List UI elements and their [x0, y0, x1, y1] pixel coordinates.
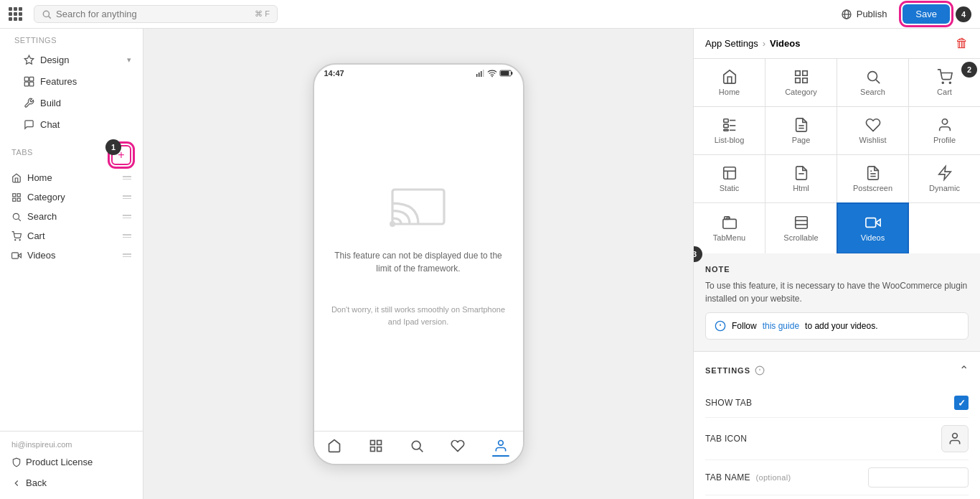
icon-cell-dynamic[interactable]: Dynamic: [909, 155, 980, 202]
delete-button[interactable]: 🗑: [956, 36, 969, 51]
topbar-right: Publish Save 4: [831, 4, 971, 24]
main-layout: Settings Design ▾ Features Build: [0, 29, 980, 499]
sidebar-tab-category[interactable]: Category: [0, 187, 143, 207]
sidebar-tab-search[interactable]: Search: [0, 207, 143, 226]
sidebar-tab-videos[interactable]: Videos: [0, 246, 143, 265]
icon-cell-page[interactable]: Page: [765, 107, 837, 154]
product-license[interactable]: Product License: [0, 452, 143, 472]
icon-cell-html[interactable]: Html: [765, 155, 837, 202]
back-button[interactable]: Back: [0, 472, 143, 493]
svg-rect-12: [17, 198, 20, 201]
svg-rect-64: [795, 217, 807, 229]
sidebar-tab-list: Home Category Search Cart Videos: [0, 168, 143, 265]
note-title: NOTE: [705, 265, 969, 274]
step-badge-2: 2: [961, 62, 977, 78]
icon-cell-scrollable-label: Scrollable: [783, 233, 818, 242]
svg-rect-7: [24, 82, 29, 86]
icon-cell-profile[interactable]: Profile: [909, 107, 980, 154]
icon-cell-category[interactable]: Category: [765, 59, 837, 106]
icon-cell-listblog[interactable]: List-blog: [694, 107, 765, 154]
setting-row-tab-icon: TAB ICON: [705, 418, 969, 460]
category-drag-handle[interactable]: [123, 195, 131, 199]
icon-cell-videos[interactable]: Videos: [837, 203, 908, 253]
cast-icon: [390, 185, 447, 238]
settings-header: SETTINGS ⌃: [705, 363, 969, 377]
svg-rect-6: [29, 77, 34, 81]
icon-cell-home[interactable]: Home: [694, 59, 765, 106]
tab-name-input[interactable]: [868, 467, 969, 488]
cart-grid-icon: [937, 69, 953, 85]
svg-line-14: [19, 218, 21, 220]
svg-point-40: [867, 72, 877, 81]
step-badge-1: 1: [105, 139, 121, 155]
breadcrumb: App Settings › Videos: [705, 38, 800, 49]
search-drag-handle[interactable]: [123, 215, 131, 218]
sidebar-item-design[interactable]: Design ▾: [11, 49, 143, 70]
tabs-header: Tabs 1 +: [11, 145, 131, 165]
sidebar-bottom: hi@inspireui.com Product License Back: [0, 431, 143, 499]
svg-point-52: [942, 119, 947, 124]
svg-rect-38: [795, 78, 799, 83]
nav-home[interactable]: [327, 439, 341, 457]
icon-cell-cart-label: Cart: [937, 88, 952, 96]
home-drag-handle[interactable]: [123, 176, 131, 179]
svg-line-1: [49, 16, 51, 18]
step-badge-4: 4: [956, 6, 971, 22]
grid-icon[interactable]: [9, 7, 22, 21]
home-tab-label: Home: [27, 172, 52, 183]
settings-title: SETTINGS: [705, 365, 765, 376]
static-grid-icon: [722, 165, 738, 181]
note-guide-link[interactable]: this guide: [763, 321, 799, 331]
status-icons: [476, 69, 513, 78]
icon-cell-postscreen[interactable]: Postscreen: [837, 155, 908, 202]
note-guide: Follow this guide to add your videos.: [705, 312, 969, 340]
design-label: Design: [40, 55, 69, 65]
icon-cell-static[interactable]: Static: [694, 155, 765, 202]
search-tab-icon: [11, 212, 22, 222]
sidebar-item-build[interactable]: Build: [11, 92, 143, 113]
sidebar-tab-home[interactable]: Home: [0, 168, 143, 187]
publish-button[interactable]: Publish: [831, 4, 897, 24]
note-guide-post: to add your videos.: [805, 321, 877, 331]
breadcrumb-parent[interactable]: App Settings: [705, 38, 758, 49]
icon-cell-html-label: Html: [793, 184, 809, 192]
collapse-button[interactable]: ⌃: [959, 363, 969, 377]
nav-profile[interactable]: [492, 439, 509, 457]
icon-cell-scrollable[interactable]: Scrollable: [765, 203, 837, 253]
home-tab-icon: [11, 173, 22, 183]
nav-category[interactable]: [369, 439, 383, 457]
svg-rect-8: [29, 82, 34, 86]
sidebar-item-chat[interactable]: Chat: [11, 113, 143, 135]
svg-rect-19: [476, 74, 478, 77]
videos-drag-handle[interactable]: [123, 253, 131, 257]
tabs-label: Tabs: [11, 148, 33, 157]
icon-cell-wishlist[interactable]: Wishlist: [837, 107, 908, 154]
svg-rect-22: [483, 70, 484, 77]
tab-icon-selector[interactable]: [941, 425, 969, 452]
sidebar-tab-cart[interactable]: Cart: [0, 226, 143, 246]
svg-line-34: [420, 448, 423, 452]
search-input[interactable]: [56, 9, 185, 19]
icon-cell-tabmenu[interactable]: TabMenu: [694, 203, 765, 253]
cart-drag-handle[interactable]: [123, 234, 131, 238]
search-bar[interactable]: ⌘ F: [34, 5, 278, 23]
build-label: Build: [40, 98, 61, 108]
show-tab-checkbox[interactable]: [954, 396, 969, 410]
nav-search[interactable]: [410, 439, 424, 457]
svg-rect-53: [723, 167, 735, 179]
svg-rect-21: [481, 71, 482, 77]
chat-label: Chat: [40, 119, 60, 130]
active-nav-indicator: [492, 455, 509, 457]
sidebar-item-features[interactable]: Features: [11, 70, 143, 92]
icon-cell-tabmenu-label: TabMenu: [713, 233, 745, 242]
save-button[interactable]: Save: [903, 4, 950, 24]
nav-wishlist[interactable]: [451, 439, 465, 457]
settings-info-icon[interactable]: [755, 365, 765, 376]
icon-cell-videos-label: Videos: [861, 233, 885, 242]
svg-point-0: [43, 11, 49, 17]
cart-tab-label: Cart: [27, 230, 45, 241]
icon-cell-search[interactable]: Search: [837, 59, 908, 106]
phone-content: This feature can not be displayed due to…: [314, 82, 523, 431]
svg-rect-9: [13, 193, 16, 196]
info-icon: [715, 320, 726, 332]
